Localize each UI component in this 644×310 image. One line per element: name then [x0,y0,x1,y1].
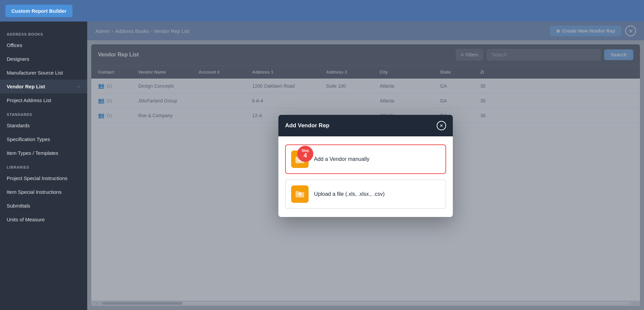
sidebar-item-manufacturer-source-list[interactable]: Manufacturer Source List [0,66,87,80]
content-area: Admin › Address Books - Vendor Rep List … [87,21,644,310]
sidebar-item-specification-types[interactable]: Specification Types [0,132,87,146]
add-vendor-manually-option[interactable]: Step 4 Add a Vendor manually [285,144,446,174]
custom-report-button[interactable]: Custom Report Builder [5,5,72,17]
sidebar-item-label: Item Special Instructions [7,189,61,195]
sidebar-item-label: Designers [7,56,30,62]
step-number: 4 [304,152,307,159]
sidebar: ADDRESS BOOKS Offices Designers Manufact… [0,21,87,310]
add-manually-label: Add a Vendor manually [314,156,369,162]
add-manually-icon-wrapper: Step 4 [291,150,309,168]
sidebar-item-label: Vendor Rep List [7,84,45,89]
sidebar-section-address-books: ADDRESS BOOKS [0,27,87,38]
sidebar-item-label: Offices [7,42,22,48]
sidebar-item-submittals[interactable]: Submittals [0,199,87,213]
sidebar-item-standards[interactable]: Standards [0,119,87,132]
sidebar-item-project-address-list[interactable]: Project Address List [0,93,87,107]
sidebar-item-item-types-templates[interactable]: Item Types / Templates [0,146,87,160]
top-bar: Custom Report Builder [0,0,644,21]
upload-icon [295,188,305,200]
sidebar-section-standards: STANDARDS [0,107,87,119]
upload-file-label: Upload a file (.xls, .xlsx., .csv) [314,191,385,197]
main-layout: ADDRESS BOOKS Offices Designers Manufact… [0,21,644,310]
sidebar-item-offices[interactable]: Offices [0,38,87,52]
sidebar-item-label: Project Address List [7,97,51,103]
sidebar-item-label: Manufacturer Source List [7,70,63,76]
sidebar-item-label: Project Special Instructions [7,175,67,181]
sidebar-arrow-icon: → [76,84,80,89]
sidebar-item-label: Specification Types [7,136,50,142]
upload-file-option[interactable]: Upload a file (.xls, .xlsx., .csv) [285,179,446,209]
sidebar-item-label: Units of Measure [7,217,45,222]
modal-body: Step 4 Add a Vendor manually [278,136,453,217]
sidebar-item-vendor-rep-list[interactable]: Vendor Rep List → [0,80,87,93]
step-label: Step [302,149,309,152]
add-vendor-rep-modal: Add Vendor Rep ✕ [278,115,453,217]
sidebar-item-designers[interactable]: Designers [0,52,87,66]
sidebar-item-label: Standards [7,123,30,128]
modal-overlay: Add Vendor Rep ✕ [87,21,644,310]
sidebar-section-libraries: LIBRARIES [0,160,87,171]
sidebar-item-project-special-instructions[interactable]: Project Special Instructions [0,171,87,185]
step-badge: Step 4 [297,146,313,162]
sidebar-item-label: Item Types / Templates [7,150,58,156]
modal-header: Add Vendor Rep ✕ [278,115,453,136]
sidebar-item-units-of-measure[interactable]: Units of Measure [0,213,87,226]
sidebar-item-item-special-instructions[interactable]: Item Special Instructions [0,185,87,199]
sidebar-item-label: Submittals [7,203,30,209]
upload-icon-wrapper [291,185,309,203]
modal-title: Add Vendor Rep [285,122,329,129]
modal-close-button[interactable]: ✕ [437,121,446,130]
